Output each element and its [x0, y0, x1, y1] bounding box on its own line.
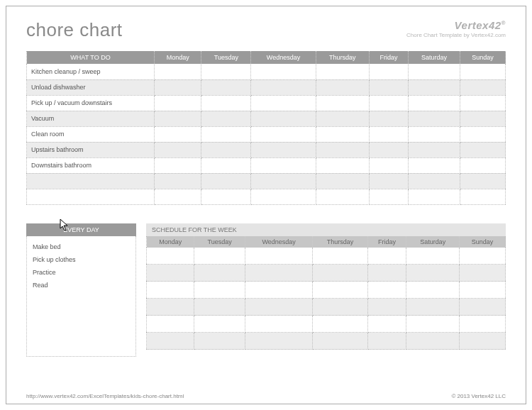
chore-cell: [409, 189, 460, 204]
chore-cell: [316, 126, 369, 142]
page-title: chore chart: [26, 19, 123, 41]
chore-cell: [369, 95, 408, 111]
schedule-cell: [406, 248, 460, 265]
chore-label-cell: Downstairs bathroom: [27, 157, 155, 173]
chore-day-header: Wednesday: [251, 51, 316, 64]
chore-cell: [201, 79, 251, 95]
schedule-cell: [147, 265, 194, 282]
chore-cell: [460, 157, 505, 173]
schedule-cell: [147, 316, 194, 333]
schedule-cell: [460, 248, 506, 265]
chore-cell: [409, 157, 460, 173]
document-page: chore chart Vertex42® Chore Chart Templa…: [6, 6, 526, 404]
schedule-cell: [194, 299, 245, 316]
chore-cell: [155, 173, 201, 189]
schedule-cell: [460, 265, 506, 282]
schedule-cell: [194, 248, 245, 265]
chore-label-cell: Kitchen cleanup / sweep: [27, 64, 155, 79]
schedule-cell: [367, 299, 406, 316]
chore-cell: [409, 111, 460, 126]
everyday-item: Pick up clothes: [33, 253, 130, 266]
schedule-cell: [367, 282, 406, 299]
chore-cell: [316, 157, 369, 173]
schedule-cell: [147, 282, 194, 299]
everyday-body: Make bedPick up clothesPracticeRead: [26, 236, 136, 357]
chore-cell: [369, 111, 408, 126]
chore-cell: [460, 79, 505, 95]
table-row: [27, 173, 506, 189]
chore-cell: [251, 157, 316, 173]
schedule-cell: [245, 265, 312, 282]
schedule-cell: [406, 299, 460, 316]
schedule-cell: [367, 333, 406, 350]
chore-cell: [369, 189, 408, 204]
table-row: [147, 316, 506, 333]
table-row: [147, 299, 506, 316]
schedule-cell: [313, 299, 367, 316]
schedule-title: SCHEDULE FOR THE WEEK: [146, 223, 506, 236]
chore-cell: [155, 142, 201, 157]
chore-cell: [251, 189, 316, 204]
schedule-day-header: Thursday: [313, 236, 367, 248]
chore-day-header: Thursday: [316, 51, 369, 64]
footer-copyright: © 2013 Vertex42 LLC: [451, 393, 506, 399]
schedule-cell: [367, 265, 406, 282]
chore-cell: [316, 189, 369, 204]
schedule-cell: [147, 248, 194, 265]
schedule-cell: [313, 316, 367, 333]
chore-cell: [201, 111, 251, 126]
schedule-cell: [245, 333, 312, 350]
footer-url: http://www.vertex42.com/ExcelTemplates/k…: [26, 393, 184, 399]
schedule-cell: [194, 316, 245, 333]
schedule-cell: [147, 333, 194, 350]
bottom-section: EVERY DAY Make bedPick up clothesPractic…: [26, 223, 506, 357]
schedule-day-header: Monday: [147, 236, 194, 248]
table-row: Downstairs bathroom: [27, 157, 506, 173]
schedule-day-header: Saturday: [406, 236, 460, 248]
schedule-cell: [194, 333, 245, 350]
table-row: Unload dishwasher: [27, 79, 506, 95]
schedule-cell: [313, 333, 367, 350]
schedule-cell: [406, 333, 460, 350]
chore-cell: [155, 189, 201, 204]
chore-cell: [409, 64, 460, 79]
chore-cell: [155, 64, 201, 79]
header: chore chart Vertex42® Chore Chart Templa…: [26, 19, 506, 41]
chore-cell: [201, 95, 251, 111]
chore-cell: [316, 79, 369, 95]
chore-table: WHAT TO DO Monday Tuesday Wednesday Thur…: [26, 51, 506, 205]
chore-cell: [369, 142, 408, 157]
chore-cell: [155, 79, 201, 95]
chore-cell: [316, 64, 369, 79]
schedule-cell: [194, 265, 245, 282]
table-row: [27, 189, 506, 204]
chore-cell: [369, 79, 408, 95]
chore-cell: [369, 173, 408, 189]
chore-header-row: WHAT TO DO Monday Tuesday Wednesday Thur…: [27, 51, 506, 64]
chore-cell: [369, 126, 408, 142]
chore-label-cell: Vacuum: [27, 111, 155, 126]
chore-cell: [251, 173, 316, 189]
everyday-panel: EVERY DAY Make bedPick up clothesPractic…: [26, 223, 136, 357]
chore-cell: [201, 157, 251, 173]
schedule-day-header: Friday: [367, 236, 406, 248]
schedule-table: Monday Tuesday Wednesday Thursday Friday…: [146, 236, 506, 350]
chore-cell: [409, 142, 460, 157]
chore-cell: [155, 95, 201, 111]
chore-cell: [460, 142, 505, 157]
schedule-day-header: Wednesday: [245, 236, 312, 248]
chore-day-header: Saturday: [409, 51, 460, 64]
chore-cell: [316, 173, 369, 189]
chore-cell: [409, 173, 460, 189]
chore-label-cell: [27, 173, 155, 189]
table-row: Vacuum: [27, 111, 506, 126]
table-row: Clean room: [27, 126, 506, 142]
chore-cell: [201, 142, 251, 157]
table-row: [147, 265, 506, 282]
table-row: Kitchen cleanup / sweep: [27, 64, 506, 79]
chore-cell: [460, 111, 505, 126]
chore-label-cell: [27, 189, 155, 204]
everyday-item: Make bed: [33, 240, 130, 253]
chore-cell: [409, 95, 460, 111]
chore-header-whattodo: WHAT TO DO: [27, 51, 155, 64]
